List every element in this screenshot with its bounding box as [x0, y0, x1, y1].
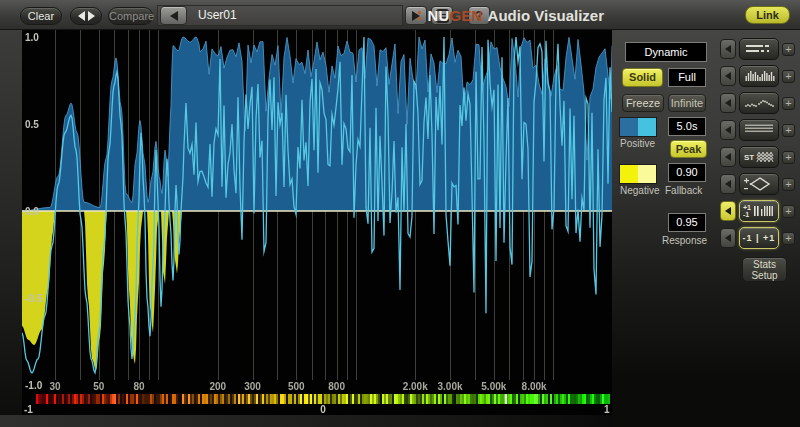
select-arrow-waveform-view[interactable] — [720, 120, 736, 140]
stats-label-line2: Setup — [743, 270, 786, 281]
freq-tick-label: 300 — [236, 381, 270, 392]
add-view-button-spectrograph-view[interactable]: + — [782, 97, 795, 110]
y-tick-label: 1.0 — [25, 32, 39, 43]
view-row-vectorscope-view: + — [720, 173, 800, 195]
correlation-spectrum-display: 1.00.50.0-0.5-1.03050802003005008002.00k… — [22, 30, 612, 415]
stereo-zigzag-icon — [756, 149, 774, 165]
toolbar: Clear Compare User01 ? NUGEN Audio Visua… — [0, 0, 800, 30]
previous-preset-button[interactable] — [160, 6, 187, 25]
freq-tick-label: 800 — [320, 381, 354, 392]
left-triangle-icon — [725, 126, 731, 134]
brand-prefix: NU — [427, 7, 449, 24]
response-label: Response — [662, 235, 707, 246]
spectrograph-view-button[interactable] — [739, 92, 779, 114]
nugen-visualizer-window: Clear Compare User01 ? NUGEN Audio Visua… — [0, 0, 800, 427]
logo-dots-icon — [418, 11, 421, 20]
select-arrow-spectrograph-view[interactable] — [720, 93, 736, 113]
y-tick-label: 0.5 — [25, 119, 39, 130]
view-row-correlation-meter-view: -1 | +1+ — [720, 227, 800, 249]
add-view-button-vectorscope-view[interactable]: + — [782, 178, 795, 191]
response-field[interactable]: 0.95 — [668, 213, 706, 232]
positive-color-swatch[interactable] — [619, 117, 657, 137]
select-arrow-correlation-meter-view[interactable] — [720, 228, 736, 248]
y-tick-label: 0.0 — [25, 206, 39, 217]
waveform-view-button[interactable] — [739, 119, 779, 141]
positive-line-color — [638, 118, 656, 136]
window-button[interactable]: Infinite — [668, 94, 706, 112]
left-triangle-icon — [725, 72, 731, 80]
preset-name-field[interactable]: User01 — [157, 5, 403, 26]
colorbar-zero-label: 0 — [315, 404, 331, 415]
view-strip: ++++ST+++1-1+-1 | +1+ — [720, 38, 800, 254]
freq-tick-label: 3.00k — [433, 381, 467, 392]
vectorscope-diamond-icon — [742, 176, 776, 192]
freq-tick-label: 80 — [122, 381, 156, 392]
y-tick-label: -0.5 — [25, 293, 42, 304]
clear-button[interactable]: Clear — [20, 7, 62, 25]
view-row-correlation-history-view: +1-1+ — [720, 200, 800, 222]
time-window-field[interactable]: 5.0s — [668, 117, 706, 136]
select-arrow-levels-view[interactable] — [720, 39, 736, 59]
left-arrow-icon — [78, 11, 85, 21]
view-row-spectrum-view: + — [720, 65, 800, 87]
correlation-meter-label: -1 | +1 — [743, 233, 776, 243]
freq-tick-label: 2.00k — [398, 381, 432, 392]
select-arrow-correlation-history-view[interactable] — [720, 201, 736, 221]
freq-tick-label: 8.00k — [517, 381, 551, 392]
left-triangle-icon — [725, 207, 731, 215]
spectrum-view-button[interactable] — [739, 65, 779, 87]
freq-tick-label: 200 — [201, 381, 235, 392]
vectorscope-view-button[interactable] — [739, 173, 779, 195]
link-button[interactable]: Link — [745, 6, 790, 24]
stats-label-line1: Stats — [743, 259, 786, 270]
add-view-button-correlation-history-view[interactable]: + — [782, 205, 795, 218]
plus-minus-one-labels: +1-1 — [743, 204, 751, 218]
add-view-button-waveform-view[interactable]: + — [782, 124, 795, 137]
colorbar-min-label: -1 — [24, 404, 33, 415]
negative-line-color — [638, 165, 656, 183]
levels-view-button[interactable] — [739, 38, 779, 60]
positive-fill-color — [620, 118, 638, 136]
stereo-waveform-view-button[interactable]: ST — [739, 146, 779, 168]
view-row-levels-view: + — [720, 38, 800, 60]
add-view-button-correlation-meter-view[interactable]: + — [782, 232, 795, 245]
left-triangle-icon — [725, 234, 731, 242]
mode-select[interactable]: Dynamic — [625, 42, 707, 62]
brand-suffix: Audio Visualizer — [488, 7, 604, 24]
fill-select[interactable]: Full — [668, 68, 706, 87]
horizontal-meters-icon — [742, 41, 776, 57]
left-triangle-icon — [725, 153, 731, 161]
positive-label: Positive — [620, 138, 655, 149]
freq-tick-label: 5.00k — [477, 381, 511, 392]
freeze-button[interactable]: Freeze — [622, 94, 664, 112]
scatter-dots-icon — [742, 95, 776, 111]
correlation-history-view-button[interactable]: +1-1 — [739, 200, 779, 222]
correlation-bars-icon — [753, 203, 775, 219]
left-triangle-icon — [725, 180, 731, 188]
stats-setup-button[interactable]: Stats Setup — [742, 257, 787, 282]
add-view-button-levels-view[interactable]: + — [782, 43, 795, 56]
add-view-button-spectrum-view[interactable]: + — [782, 70, 795, 83]
freq-tick-label: 500 — [279, 381, 313, 392]
select-arrow-vectorscope-view[interactable] — [720, 174, 736, 194]
peak-button[interactable]: Peak — [670, 140, 707, 158]
add-view-button-stereo-waveform-view[interactable]: + — [782, 151, 795, 164]
view-row-waveform-view: + — [720, 119, 800, 141]
brand-accent: GEN — [449, 7, 482, 24]
spectrum-bars-icon — [742, 68, 776, 84]
control-panel: Dynamic Solid Full Freeze Infinite Posit… — [612, 30, 800, 427]
select-arrow-stereo-waveform-view[interactable] — [720, 147, 736, 167]
freq-tick-label: 50 — [82, 381, 116, 392]
fallback-field[interactable]: 0.90 — [668, 163, 706, 182]
correlation-meter-view-button[interactable]: -1 | +1 — [739, 227, 779, 249]
prev-triangle-icon — [170, 11, 178, 21]
negative-color-swatch[interactable] — [619, 164, 657, 184]
ab-toggle-button[interactable] — [70, 7, 102, 25]
correlation-spectrum-canvas — [22, 30, 612, 415]
compare-button[interactable]: Compare — [108, 7, 153, 25]
left-margin — [0, 30, 22, 415]
solid-button[interactable]: Solid — [622, 68, 663, 87]
right-arrow-icon — [88, 11, 95, 21]
negative-label: Negative — [620, 185, 659, 196]
select-arrow-spectrum-view[interactable] — [720, 66, 736, 86]
